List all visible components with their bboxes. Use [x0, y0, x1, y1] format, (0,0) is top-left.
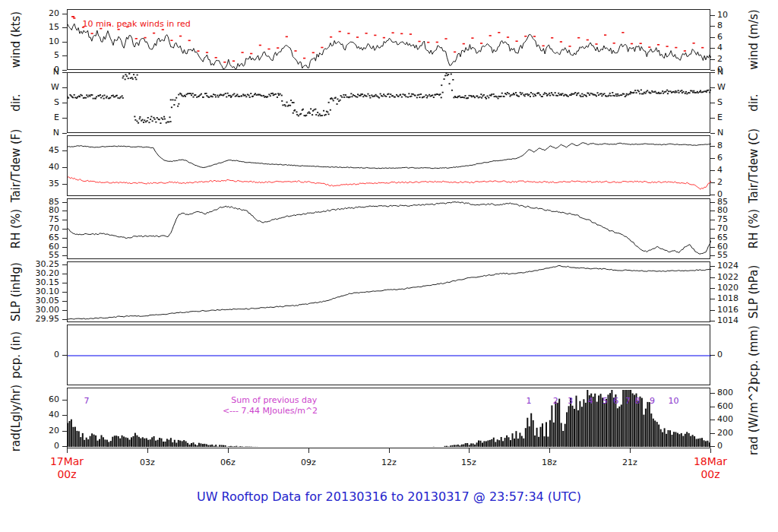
wind-10min-peaks-dash [330, 36, 332, 38]
x-tick-mark [469, 448, 470, 453]
wind-direction-point [353, 94, 354, 96]
left-tick-mark [62, 150, 67, 151]
annotation-text: 9 [650, 396, 655, 406]
wind-direction-point [673, 91, 675, 93]
wind-10min-peaks-dash [604, 34, 606, 36]
wind-10min-peaks-dash [267, 49, 270, 50]
solar-radiation-bar [163, 442, 164, 447]
solar-radiation-bar [211, 445, 213, 447]
solar-radiation-bar [672, 435, 673, 447]
wind-direction-point [390, 93, 391, 95]
wind-10min-peaks-dash [242, 52, 244, 53]
wind-direction-point [320, 115, 321, 116]
solar-radiation-bar [527, 418, 528, 447]
solar-radiation-bar [707, 441, 708, 447]
wind-10min-peaks-dash [215, 57, 217, 59]
left-tick-label: 40 [24, 410, 59, 420]
wind-10min-peaks-dash [259, 45, 261, 46]
solar-radiation-bar [469, 445, 470, 447]
solar-radiation-bar [217, 447, 219, 448]
solar-radiation-bar [551, 405, 552, 447]
wind-direction-point [615, 93, 617, 95]
solar-radiation-bar [133, 436, 134, 447]
wind-direction-point [414, 95, 416, 97]
rh-plot [68, 199, 711, 260]
wind-direction-point [551, 92, 552, 93]
wind-10min-peaks-dash [206, 52, 208, 53]
wind-direction-point [506, 93, 508, 95]
right-tick-mark [710, 407, 715, 407]
wind-direction-point [270, 95, 271, 97]
wind-10min-peaks-dash [595, 43, 597, 45]
solar-radiation-bar [521, 436, 523, 447]
wind-direction-point [133, 74, 134, 75]
wind-10min-peaks-dash [153, 33, 155, 34]
wind-direction-point [135, 79, 137, 81]
solar-radiation-bar [621, 404, 622, 447]
wind-direction-point [433, 97, 435, 98]
wind-direction-point [174, 100, 176, 101]
wind-direction-point [212, 96, 213, 97]
wind-10min-peaks-dash [312, 52, 315, 54]
wind-direction-point [345, 94, 346, 96]
wind-direction-point [598, 94, 599, 96]
dir-plot [68, 73, 711, 134]
wind-direction-point [616, 95, 618, 97]
wind-direction-point [695, 92, 697, 93]
wind-direction-point [325, 114, 327, 116]
solar-radiation-bar [119, 439, 121, 447]
wind-10min-peaks-dash [91, 33, 93, 34]
wind-direction-point [160, 122, 161, 124]
right-tick-mark [710, 133, 715, 134]
wind-10min-peaks-dash [587, 40, 589, 41]
annotation-text: 10 [669, 396, 679, 406]
wind-direction-point [587, 93, 589, 94]
solar-radiation-bar [187, 443, 188, 447]
left-tick-label: S [24, 98, 59, 107]
wind-direction-point [178, 103, 179, 105]
wind-direction-point [203, 97, 204, 98]
solar-radiation-bar [485, 442, 487, 448]
wind-direction-point [709, 92, 710, 93]
wind-direction-point [125, 74, 126, 75]
wind-direction-point [463, 97, 465, 99]
wind-direction-point [416, 97, 418, 99]
wind-direction-point [623, 93, 625, 95]
wind-direction-point [643, 93, 644, 95]
wind-direction-point [312, 114, 313, 116]
wind-direction-point [397, 96, 399, 97]
wind-direction-point [413, 93, 414, 95]
wind-10min-peaks-dash [339, 31, 341, 33]
wind-direction-point [503, 96, 504, 97]
wind-direction-point [507, 92, 508, 93]
wind-direction-point [514, 94, 515, 96]
wind-direction-point [122, 75, 124, 77]
solar-radiation-bar [110, 441, 112, 447]
solar-radiation-bar [643, 415, 644, 447]
wind-direction-point [480, 93, 482, 95]
solar-radiation-bar [245, 446, 247, 447]
solar-radiation-bar [197, 445, 198, 447]
left-tick-label: 0 [24, 442, 59, 451]
x-start-date-line1: 17Mar [50, 455, 84, 467]
x-start-date-line2: 00z [57, 468, 76, 480]
wind-direction-point [400, 94, 401, 96]
solar-radiation-bar [682, 436, 684, 447]
wind-direction-point [249, 97, 251, 98]
wind-direction-point [152, 120, 153, 122]
wind-direction-point [511, 94, 512, 96]
wind-10min-peaks-dash [701, 47, 704, 49]
wind-direction-point [300, 113, 302, 115]
x-tick-label: 09z [292, 458, 325, 467]
solar-radiation-bar [86, 438, 87, 447]
solar-radiation-bar [448, 446, 450, 447]
x-tick-label: 03z [131, 458, 164, 467]
solar-radiation-bar [249, 447, 251, 448]
wind-direction-point [423, 96, 425, 97]
solar-radiation-bar [182, 441, 183, 447]
solar-radiation-bar [115, 435, 117, 447]
wind-direction-point [479, 97, 481, 98]
solar-radiation-bar [501, 437, 502, 447]
wind-direction-point [584, 94, 585, 96]
x-tick-label: 06z [211, 458, 245, 467]
